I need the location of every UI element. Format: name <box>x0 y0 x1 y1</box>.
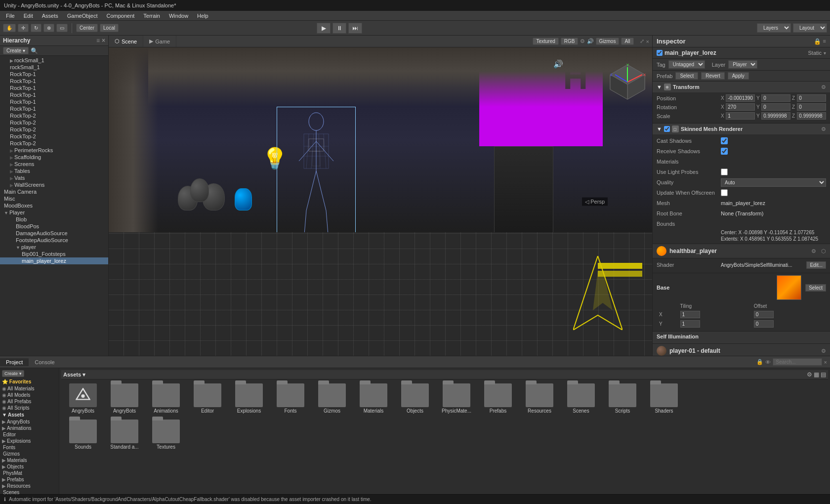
gizmos-btn[interactable]: Gizmos <box>596 38 620 45</box>
tree-all-materials[interactable]: ◉ All Materials <box>0 385 59 392</box>
tree-explosions[interactable]: ▶ Explosions <box>0 438 59 444</box>
inspector-menu-icon[interactable]: ≡ <box>823 38 826 45</box>
cast-shadows-checkbox[interactable] <box>721 137 728 144</box>
move-tool[interactable]: ✛ <box>18 24 29 32</box>
hierarchy-item[interactable]: RockTop-1 <box>0 105 108 112</box>
asset-prefabs[interactable]: Prefabs <box>478 381 518 416</box>
rgb-btn[interactable]: RGB <box>561 38 579 45</box>
rect-tool[interactable]: ▭ <box>56 24 68 32</box>
scale-z[interactable] <box>797 112 826 120</box>
step-button[interactable]: ⏭ <box>348 23 362 34</box>
use-light-probes-checkbox[interactable] <box>721 168 728 175</box>
revert-btn[interactable]: Revert <box>701 72 724 80</box>
tree-animations[interactable]: ▶ Animations <box>0 425 59 431</box>
obj-active-checkbox[interactable] <box>657 50 663 56</box>
healthbar-icon2[interactable]: ⬡ <box>821 248 826 254</box>
hierarchy-item[interactable]: ▶Vats <box>0 174 108 181</box>
close-scene-icon[interactable]: × <box>646 39 649 44</box>
hierarchy-close[interactable]: × <box>102 37 105 44</box>
tree-prefabs[interactable]: ▶ Prefabs <box>0 476 59 483</box>
hierarchy-item[interactable]: RockTop-1 <box>0 84 108 91</box>
healthbar-edit-btn[interactable]: Edit... <box>806 261 826 269</box>
hierarchy-item-misc[interactable]: Misc <box>0 195 108 202</box>
tab-scene[interactable]: ⬡ Scene <box>109 36 143 47</box>
layer-dropdown[interactable]: Player <box>728 60 757 69</box>
base-tiling-x[interactable] <box>680 311 700 318</box>
tree-objects[interactable]: ▶ Objects <box>0 463 59 470</box>
skinned-active-checkbox[interactable] <box>664 126 670 132</box>
hierarchy-item[interactable]: FootstepAudioSource <box>0 237 108 244</box>
tag-dropdown[interactable]: Untagged <box>668 60 705 69</box>
tree-resources[interactable]: ▶ Resources <box>0 483 59 489</box>
hierarchy-item[interactable]: RockTop-2 <box>0 133 108 140</box>
asset-editor[interactable]: Editor <box>188 381 227 416</box>
tree-editor[interactable]: Editor <box>0 431 59 438</box>
tree-angrybots[interactable]: ▶ AngryBots <box>0 419 59 425</box>
asset-fonts[interactable]: Fonts <box>271 381 310 416</box>
rot-x[interactable] <box>726 103 755 111</box>
layout-dropdown[interactable]: Layout <box>793 23 827 33</box>
asset-textures[interactable]: Textures <box>146 418 186 452</box>
menu-file[interactable]: File <box>2 12 19 20</box>
menu-component[interactable]: Component <box>102 12 138 20</box>
hierarchy-item-maincamera[interactable]: Main Camera <box>0 188 108 195</box>
pivot-btn[interactable]: Center <box>76 24 98 32</box>
transform-menu[interactable]: ⚙ <box>821 84 826 90</box>
hierarchy-item[interactable]: ▶Screens <box>0 161 108 168</box>
tree-all-prefabs[interactable]: ◉ All Prefabs <box>0 398 59 405</box>
scene-viewport[interactable]: H 💡 <box>109 47 652 356</box>
asset-angrybots[interactable]: AngryBots <box>105 381 144 416</box>
hierarchy-item-moodboxes[interactable]: MoodBoxes <box>0 202 108 209</box>
hierarchy-item[interactable]: Bip001_Footsteps <box>0 251 108 257</box>
assets-icon1[interactable]: ⚙ <box>807 371 812 378</box>
hierarchy-item[interactable]: RockTop-1 <box>0 78 108 84</box>
pos-y[interactable] <box>761 94 790 102</box>
pos-z[interactable] <box>797 94 826 102</box>
hierarchy-item-main-player-lorez[interactable]: main_player_lorez <box>0 257 108 264</box>
hierarchy-item[interactable]: RockTop-1 <box>0 91 108 98</box>
tab-project[interactable]: Project <box>0 358 29 366</box>
menu-assets[interactable]: Assets <box>38 12 62 20</box>
tab-console[interactable]: Console <box>29 358 60 366</box>
hierarchy-item[interactable]: BloodPos <box>0 223 108 230</box>
scale-tool[interactable]: ⊕ <box>43 24 54 32</box>
static-arrow[interactable]: ▾ <box>824 50 826 56</box>
tab-game[interactable]: ▶ Game <box>143 36 176 47</box>
project-search[interactable] <box>773 358 822 366</box>
player-mat-menu[interactable]: ⚙ <box>821 348 826 354</box>
eye-icon[interactable]: 👁 <box>765 359 771 365</box>
pause-button[interactable]: ⏸ <box>332 23 346 34</box>
base-select-btn[interactable]: Select <box>805 284 826 292</box>
asset-scenes[interactable]: Scenes <box>561 381 601 416</box>
update-offscreen-checkbox[interactable] <box>721 189 728 196</box>
asset-explosions[interactable]: Explosions <box>229 381 269 416</box>
tree-all-models[interactable]: ◉ All Models <box>0 392 59 398</box>
pos-x[interactable] <box>726 94 755 102</box>
hierarchy-item[interactable]: RockTop-1 <box>0 98 108 105</box>
skinned-mesh-header[interactable]: ▼ ◻ Skinned Mesh Renderer ⚙ <box>653 124 830 134</box>
scale-y[interactable] <box>761 112 790 120</box>
asset-angrybots-unity[interactable]: AngryBots <box>63 381 103 416</box>
asset-standard[interactable]: Standard a... <box>105 418 144 452</box>
quality-select[interactable]: Auto <box>721 178 826 187</box>
space-btn[interactable]: Local <box>100 24 119 32</box>
hierarchy-item[interactable]: RockTop-2 <box>0 126 108 133</box>
menu-edit[interactable]: Edit <box>20 12 37 20</box>
hierarchy-item[interactable]: ▶PerimeterRocks <box>0 147 108 154</box>
assets-icon2[interactable]: ▦ <box>814 371 819 378</box>
base-tiling-y[interactable] <box>680 320 700 328</box>
inspector-lock-icon[interactable]: 🔒 <box>814 38 821 45</box>
asset-gizmos[interactable]: Gizmos <box>312 381 352 416</box>
hierarchy-item[interactable]: RockTop-2 <box>0 140 108 147</box>
asset-physicmate[interactable]: PhysicMate... <box>437 381 476 416</box>
base-offset-y[interactable] <box>754 320 774 328</box>
base-offset-x[interactable] <box>754 311 774 318</box>
all-btn[interactable]: All <box>621 38 633 45</box>
menu-terrain[interactable]: Terrain <box>139 12 164 20</box>
close-project[interactable]: × <box>824 359 827 365</box>
base-color-swatch[interactable] <box>777 275 801 300</box>
lock-icon[interactable]: 🔒 <box>756 359 763 365</box>
tree-gizmos[interactable]: Gizmos <box>0 451 59 457</box>
hierarchy-item[interactable]: RockTop-1 <box>0 71 108 78</box>
receive-shadows-checkbox[interactable] <box>721 148 728 155</box>
